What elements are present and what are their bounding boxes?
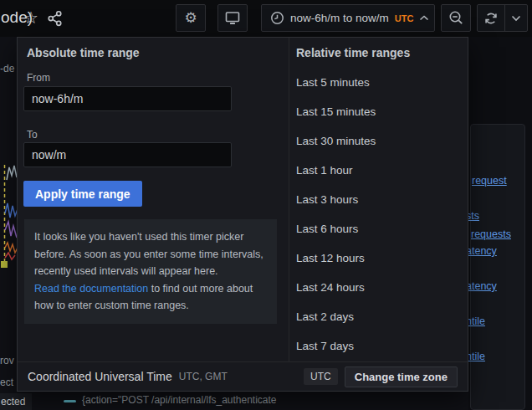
relative-range-item[interactable]: Last 2 days: [289, 302, 468, 331]
zoom-out-time-button[interactable]: [441, 4, 471, 32]
apply-time-range-button[interactable]: Apply time range: [23, 181, 142, 207]
metric-link[interactable]: request: [472, 175, 507, 187]
from-input[interactable]: [23, 86, 232, 111]
gear-icon: ⚙: [184, 9, 197, 27]
clipped-table-cell: ect: [0, 377, 13, 388]
clock-icon: [270, 11, 284, 25]
relative-range-item[interactable]: Last 7 days: [289, 331, 468, 361]
relative-range-list: Last 5 minutes Last 15 minutes Last 30 m…: [289, 68, 468, 361]
grafana-dashboard: -de rov ect ected {action="POST /api/int…: [0, 0, 532, 410]
time-range-picker-button[interactable]: now-6h/m to now/m UTC: [261, 4, 435, 32]
relative-range-item[interactable]: Last 5 minutes: [289, 68, 468, 97]
timeseries-chart-fragment: [0, 155, 18, 272]
info-text-2: Read the documentation to find out more …: [34, 280, 267, 315]
to-input[interactable]: [23, 142, 232, 167]
to-label: To: [27, 129, 38, 141]
utc-badge: UTC: [304, 368, 338, 385]
share-icon[interactable]: [46, 9, 64, 27]
metric-link[interactable]: requests: [471, 228, 511, 240]
clipped-cell-text: ected: [1, 396, 25, 407]
series-legend-label[interactable]: {action="POST /api/internal/lfs_authenti…: [82, 394, 277, 406]
absolute-section-heading: Absolute time range: [27, 46, 140, 59]
refresh-icon[interactable]: [478, 5, 504, 31]
timezone-footer: Coordinated Universal Time UTC, GMT UTC …: [18, 361, 468, 391]
relative-range-item[interactable]: Last 24 hours: [289, 273, 468, 302]
time-range-picker-dropdown: Absolute time range From To Apply time r…: [17, 37, 468, 392]
metric-link[interactable]: atency: [466, 245, 497, 257]
relative-time-ranges-section: Relative time ranges Last 5 minutes Last…: [289, 38, 468, 361]
top-navbar: ode) ☆ ⚙: [0, 0, 532, 37]
relative-range-item[interactable]: Last 1 hour: [289, 156, 468, 185]
metric-link[interactable]: ntile: [466, 315, 485, 327]
cycle-view-mode-button[interactable]: [217, 4, 248, 32]
relative-range-item[interactable]: Last 15 minutes: [289, 97, 468, 126]
timezone-label: UTC: [395, 13, 414, 23]
annotation-marker: [1, 261, 8, 268]
refresh-button-group: [477, 4, 528, 32]
absolute-time-range-section: Absolute time range From To Apply time r…: [18, 38, 289, 361]
zoom-out-icon: [448, 10, 464, 26]
time-range-label: now-6h/m to now/m: [290, 12, 389, 24]
timezone-name: Coordinated Universal Time: [28, 370, 172, 383]
read-documentation-link[interactable]: Read the documentation: [34, 283, 148, 295]
timezone-detail: UTC, GMT: [179, 371, 228, 382]
recent-ranges-info-box: It looks like you haven't used this time…: [24, 219, 277, 324]
series-color-dash: [64, 400, 76, 402]
relative-range-item[interactable]: Last 3 hours: [289, 185, 468, 214]
star-icon[interactable]: ☆: [23, 8, 38, 28]
clipped-table-cell: ected: [0, 393, 32, 410]
caret-up-icon: [419, 15, 429, 21]
clipped-panel-text: -de: [0, 63, 14, 74]
refresh-interval-dropdown[interactable]: [504, 5, 527, 31]
relative-range-item[interactable]: Last 30 minutes: [289, 126, 468, 156]
info-text: It looks like you haven't used this time…: [34, 228, 267, 280]
metric-link[interactable]: atency: [466, 280, 497, 292]
chevron-down-icon: [511, 15, 521, 22]
dashboard-settings-button[interactable]: ⚙: [176, 4, 206, 32]
from-label: From: [27, 72, 50, 84]
change-time-zone-button[interactable]: Change time zone: [345, 366, 458, 387]
relative-range-item[interactable]: Last 12 hours: [289, 243, 468, 273]
tv-icon: [224, 10, 241, 26]
metric-link[interactable]: ntile: [466, 351, 485, 362]
clipped-table-cell: rov: [0, 355, 14, 366]
relative-section-heading: Relative time ranges: [296, 46, 410, 59]
panel-fragment: [470, 124, 525, 410]
relative-range-item[interactable]: Last 6 hours: [289, 214, 468, 243]
